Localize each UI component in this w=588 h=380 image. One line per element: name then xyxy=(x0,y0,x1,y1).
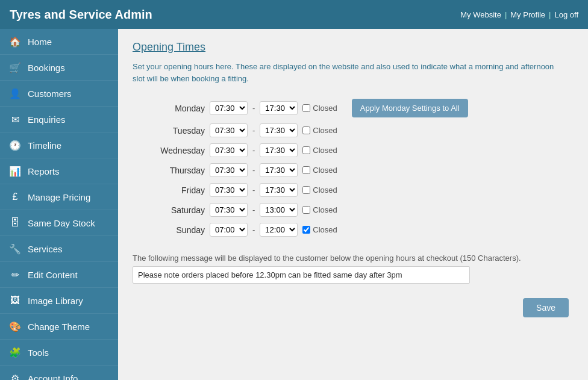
closed-checkbox-sunday[interactable] xyxy=(302,226,310,234)
closed-checkbox-monday[interactable] xyxy=(302,104,310,112)
closed-checkbox-friday[interactable] xyxy=(302,186,310,194)
sidebar-label-same-day-stock: Same Day Stock xyxy=(28,218,95,228)
closed-label-sunday[interactable]: Closed xyxy=(302,225,337,234)
time-separator: - xyxy=(252,205,255,214)
sidebar-item-timeline[interactable]: 🕐 Timeline xyxy=(0,132,118,158)
home-icon: 🏠 xyxy=(8,35,22,48)
closed-label-friday[interactable]: Closed xyxy=(302,185,337,195)
open-time-tuesday[interactable]: 06:0006:3007:0007:3008:0008:3009:0009:30… xyxy=(210,123,248,137)
description-link[interactable]: will be when booking a fitting. xyxy=(147,74,249,83)
closed-checkbox-wednesday[interactable] xyxy=(302,146,310,154)
opening-times-section: Monday06:0006:3007:0007:3008:0008:3009:0… xyxy=(157,99,574,237)
sidebar-label-tools: Tools xyxy=(28,347,49,358)
sidebar-item-account-info[interactable]: ⚙ Account Info xyxy=(0,366,118,380)
day-row-sunday: Sunday06:0006:3007:0007:3008:0008:3009:0… xyxy=(157,223,574,237)
closed-checkbox-thursday[interactable] xyxy=(302,166,310,174)
manage-pricing-icon: £ xyxy=(8,190,22,204)
message-label: The following message will be displayed … xyxy=(133,254,566,263)
closed-text-sunday: Closed xyxy=(313,225,337,234)
tools-icon: 🧩 xyxy=(8,346,22,359)
my-website-link[interactable]: My Website xyxy=(460,10,501,19)
edit-content-icon: ✏ xyxy=(8,268,22,281)
day-row-saturday: Saturday06:0006:3007:0007:3008:0008:3009… xyxy=(157,203,574,217)
timeline-icon: 🕐 xyxy=(8,139,22,152)
day-row-wednesday: Wednesday06:0006:3007:0007:3008:0008:300… xyxy=(157,143,574,157)
account-info-icon: ⚙ xyxy=(8,372,22,380)
sidebar-item-edit-content[interactable]: ✏ Edit Content xyxy=(0,262,118,288)
sidebar-item-change-theme[interactable]: 🎨 Change Theme xyxy=(0,314,118,340)
day-row-friday: Friday06:0006:3007:0007:3008:0008:3009:0… xyxy=(157,183,574,197)
message-input[interactable] xyxy=(133,266,470,284)
open-time-sunday[interactable]: 06:0006:3007:0007:3008:0008:3009:0009:30… xyxy=(210,223,248,237)
sidebar-item-services[interactable]: 🔧 Services xyxy=(0,236,118,262)
message-section: The following message will be displayed … xyxy=(133,254,566,284)
close-time-wednesday[interactable]: 06:0006:3007:0007:3008:0008:3009:0009:30… xyxy=(260,143,298,157)
closed-label-monday[interactable]: Closed xyxy=(302,104,337,113)
close-time-monday[interactable]: 06:0006:3007:0007:3008:0008:3009:0009:30… xyxy=(260,101,298,115)
close-time-friday[interactable]: 06:0006:3007:0007:3008:0008:3009:0009:30… xyxy=(260,183,298,197)
sidebar-item-customers[interactable]: 👤 Customers xyxy=(0,81,118,107)
services-icon: 🔧 xyxy=(8,242,22,255)
page-description: Set your opening hours here. These are d… xyxy=(133,61,566,84)
apply-monday-button[interactable]: Apply Monday Settings to All xyxy=(352,99,468,117)
open-time-monday[interactable]: 06:0006:3007:0007:3008:0008:3009:0009:30… xyxy=(210,101,248,115)
sidebar-item-bookings[interactable]: 🛒 Bookings xyxy=(0,55,118,81)
day-row-tuesday: Tuesday06:0006:3007:0007:3008:0008:3009:… xyxy=(157,123,574,137)
sidebar-label-reports: Reports xyxy=(28,166,60,176)
image-library-icon: 🖼 xyxy=(8,294,22,307)
sidebar-label-change-theme: Change Theme xyxy=(28,322,90,332)
closed-label-tuesday[interactable]: Closed xyxy=(302,126,337,135)
day-label-wednesday: Wednesday xyxy=(157,146,205,155)
sidebar-label-edit-content: Edit Content xyxy=(28,270,78,280)
sidebar-label-customers: Customers xyxy=(28,89,72,99)
open-time-thursday[interactable]: 06:0006:3007:0007:3008:0008:3009:0009:30… xyxy=(210,163,248,177)
same-day-stock-icon: 🗄 xyxy=(8,216,22,229)
day-row-monday: Monday06:0006:3007:0007:3008:0008:3009:0… xyxy=(157,99,574,117)
close-time-sunday[interactable]: 06:0006:3007:0007:3008:0008:3009:0009:30… xyxy=(260,223,298,237)
open-time-wednesday[interactable]: 06:0006:3007:0007:3008:0008:3009:0009:30… xyxy=(210,143,248,157)
open-time-friday[interactable]: 06:0006:3007:0007:3008:0008:3009:0009:30… xyxy=(210,183,248,197)
closed-label-wednesday[interactable]: Closed xyxy=(302,146,337,155)
closed-label-thursday[interactable]: Closed xyxy=(302,166,337,175)
sidebar-item-enquiries[interactable]: ✉ Enquiries xyxy=(0,107,118,132)
sidebar-label-bookings: Bookings xyxy=(28,63,65,73)
time-separator: - xyxy=(252,146,255,155)
log-off-link[interactable]: Log off xyxy=(554,10,578,19)
day-row-thursday: Thursday06:0006:3007:0007:3008:0008:3009… xyxy=(157,163,574,177)
sidebar-label-account-info: Account Info xyxy=(28,373,78,381)
sidebar-item-reports[interactable]: 📊 Reports xyxy=(0,158,118,184)
sidebar-label-image-library: Image Library xyxy=(28,296,83,306)
time-separator: - xyxy=(252,185,255,195)
sidebar-label-timeline: Timeline xyxy=(28,140,61,151)
header-links: My Website | My Profile | Log off xyxy=(460,10,578,19)
close-time-tuesday[interactable]: 06:0006:3007:0007:3008:0008:3009:0009:30… xyxy=(260,123,298,137)
open-time-saturday[interactable]: 06:0006:3007:0007:3008:0008:3009:0009:30… xyxy=(210,203,248,217)
page-title: Opening Times xyxy=(133,41,574,54)
day-label-friday: Friday xyxy=(157,185,205,195)
sidebar-item-image-library[interactable]: 🖼 Image Library xyxy=(0,288,118,314)
day-label-thursday: Thursday xyxy=(157,166,205,175)
sidebar-item-same-day-stock[interactable]: 🗄 Same Day Stock xyxy=(0,210,118,236)
closed-text-wednesday: Closed xyxy=(313,146,337,155)
closed-text-thursday: Closed xyxy=(313,166,337,175)
close-time-saturday[interactable]: 06:0006:3007:0007:3008:0008:3009:0009:30… xyxy=(260,203,298,217)
close-time-thursday[interactable]: 06:0006:3007:0007:3008:0008:3009:0009:30… xyxy=(260,163,298,177)
time-separator: - xyxy=(252,126,255,135)
sidebar-item-tools[interactable]: 🧩 Tools xyxy=(0,340,118,366)
my-profile-link[interactable]: My Profile xyxy=(510,10,545,19)
customers-icon: 👤 xyxy=(8,87,22,100)
closed-checkbox-tuesday[interactable] xyxy=(302,126,310,134)
closed-checkbox-saturday[interactable] xyxy=(302,206,310,214)
sidebar-item-manage-pricing[interactable]: £ Manage Pricing xyxy=(0,184,118,210)
sidebar-label-manage-pricing: Manage Pricing xyxy=(28,192,90,202)
save-button[interactable]: Save xyxy=(523,298,569,317)
main-content: Opening Times Set your opening hours her… xyxy=(118,29,588,380)
sidebar-item-home[interactable]: 🏠 Home xyxy=(0,29,118,55)
closed-label-saturday[interactable]: Closed xyxy=(302,205,337,214)
sidebar-label-services: Services xyxy=(28,244,63,254)
sidebar-label-enquiries: Enquiries xyxy=(28,114,66,125)
day-label-monday: Monday xyxy=(157,104,205,113)
sidebar-label-home: Home xyxy=(28,37,52,47)
closed-text-friday: Closed xyxy=(313,185,337,195)
time-separator: - xyxy=(252,166,255,175)
